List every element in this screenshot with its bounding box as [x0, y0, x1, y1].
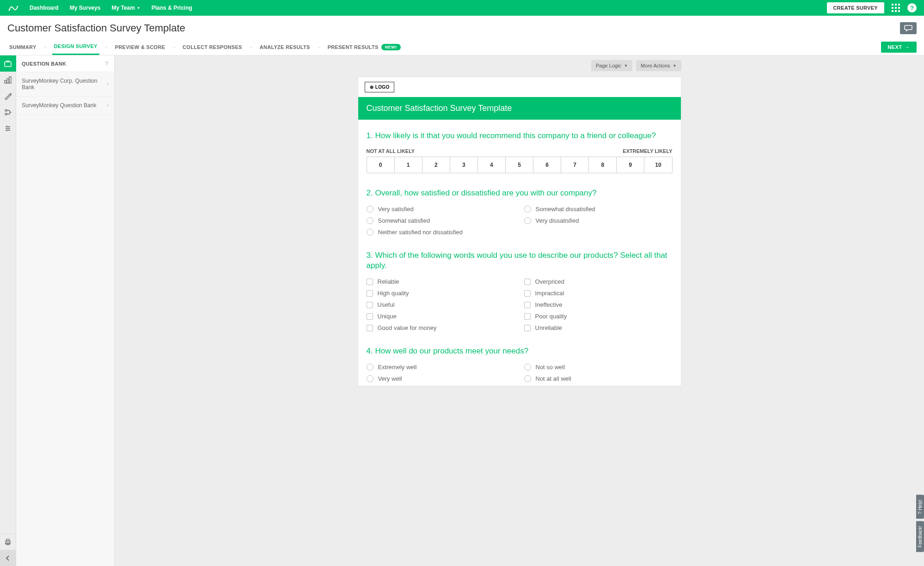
nps-cell[interactable]: 5 — [506, 157, 533, 173]
rail-options-icon[interactable] — [0, 120, 16, 136]
svg-point-6 — [5, 110, 7, 111]
question-2[interactable]: 2. Overall, how satisfied or dissatisfie… — [358, 177, 681, 239]
checkbox-option[interactable]: Useful — [367, 301, 515, 308]
radio-option[interactable]: Very well — [367, 375, 515, 382]
question-title: How likely is it that you would recommen… — [375, 131, 656, 140]
apps-grid-icon[interactable] — [892, 4, 900, 12]
option-label: Overpriced — [535, 278, 565, 285]
option-label: Impractical — [535, 290, 564, 297]
question-number: 3. — [367, 251, 373, 260]
sidepanel-header: QUESTION BANK ? — [16, 55, 114, 72]
page-logic-button[interactable]: Page Logic ▼ — [591, 60, 632, 71]
checkbox-option[interactable]: Good value for money — [367, 324, 515, 331]
checkbox-option[interactable]: High quality — [367, 290, 515, 297]
step-present-results[interactable]: PRESENT RESULTS NEW! — [326, 39, 403, 55]
plus-icon: ⊕ — [370, 85, 373, 90]
nps-cell[interactable]: 4 — [478, 157, 506, 173]
help-icon[interactable]: ? — [907, 3, 917, 12]
nps-cell[interactable]: 2 — [422, 157, 450, 173]
radio-option[interactable]: Not at all well — [524, 375, 673, 382]
nps-cell[interactable]: 7 — [561, 157, 589, 173]
svg-rect-2 — [5, 62, 11, 67]
next-button[interactable]: NEXT → — [881, 42, 917, 53]
checkbox-option[interactable]: Poor quality — [524, 313, 673, 320]
rail-print-icon[interactable] — [0, 534, 16, 550]
nav-my-team[interactable]: My Team▼ — [111, 5, 140, 11]
rail-collapse-icon[interactable] — [0, 550, 16, 566]
nps-cell[interactable]: 1 — [395, 157, 422, 173]
question-3[interactable]: 3. Which of the following words would yo… — [358, 239, 681, 335]
radio-option[interactable]: Extremely well — [367, 364, 515, 371]
rail-question-bank-icon[interactable] — [0, 55, 16, 72]
help-tab[interactable]: ? Help! — [916, 495, 924, 519]
checkbox-icon — [367, 279, 373, 285]
step-analyze-results[interactable]: ANALYZE RESULTS — [258, 39, 312, 55]
side-panel: QUESTION BANK ? SurveyMonkey Corp. Quest… — [16, 55, 115, 566]
radio-option[interactable]: Neither satisfied nor dissatisfied — [367, 229, 515, 236]
nps-cell[interactable]: 6 — [533, 157, 561, 173]
nps-cell[interactable]: 10 — [644, 157, 672, 173]
survey-title[interactable]: Customer Satisfaction Survey Template — [358, 97, 681, 120]
checkbox-option[interactable]: Unreliable — [524, 324, 673, 331]
step-collect-responses[interactable]: COLLECT RESPONSES — [181, 39, 244, 55]
radio-icon — [367, 375, 373, 382]
more-actions-label: More Actions — [641, 63, 670, 68]
question-4[interactable]: 4. How well do our products meet your ne… — [358, 335, 681, 386]
svg-point-7 — [5, 113, 7, 115]
checkbox-option[interactable]: Reliable — [367, 278, 515, 285]
checkbox-option[interactable]: Unique — [367, 313, 515, 320]
option-label: Extremely well — [378, 364, 417, 371]
checkbox-icon — [524, 313, 531, 320]
nps-cell[interactable]: 0 — [367, 157, 395, 173]
checkbox-option[interactable]: Ineffective — [524, 301, 673, 308]
step-summary[interactable]: SUMMARY — [7, 39, 38, 55]
radio-option[interactable]: Very dissatisfied — [524, 217, 673, 224]
question-text: 3. Which of the following words would yo… — [367, 250, 673, 271]
create-survey-button[interactable]: CREATE SURVEY — [827, 2, 884, 13]
radio-option[interactable]: Very satisfied — [367, 206, 515, 213]
sidepanel-row-corp-bank[interactable]: SurveyMonkey Corp. Question Bank › — [16, 72, 114, 97]
question-1[interactable]: 1. How likely is it that you would recom… — [358, 120, 681, 177]
option-label: Unique — [378, 313, 397, 320]
nps-labels: NOT AT ALL LIKELY EXTREMELY LIKELY — [367, 148, 673, 154]
more-actions-button[interactable]: More Actions ▼ — [636, 60, 681, 71]
comments-button[interactable] — [900, 22, 917, 34]
step-arrow-icon: → — [43, 44, 48, 49]
rail-logic-icon[interactable] — [0, 104, 16, 120]
radio-icon — [524, 217, 531, 224]
checkbox-option[interactable]: Impractical — [524, 290, 673, 297]
svg-point-0 — [9, 10, 10, 11]
sidepanel-row-label: SurveyMonkey Question Bank — [22, 102, 96, 109]
radio-option[interactable]: Somewhat dissatisfied — [524, 206, 673, 213]
nav-plans-pricing[interactable]: Plans & Pricing — [152, 5, 192, 11]
radio-option[interactable]: Not so well — [524, 364, 673, 371]
canvas: Page Logic ▼ More Actions ▼ ⊕ LOGO Custo… — [115, 55, 924, 566]
caret-down-icon: ▼ — [624, 64, 628, 68]
rail-appearance-icon[interactable] — [0, 88, 16, 104]
question-text: 1. How likely is it that you would recom… — [367, 131, 673, 141]
nps-cell[interactable]: 3 — [450, 157, 478, 173]
brand-logo[interactable] — [7, 3, 20, 12]
add-logo-button[interactable]: ⊕ LOGO — [365, 82, 395, 92]
page-logic-label: Page Logic — [596, 63, 621, 68]
feedback-tabs: ? Help! Feedback! — [916, 495, 924, 552]
radio-icon — [367, 364, 373, 371]
nps-cell[interactable]: 9 — [617, 157, 644, 173]
sidepanel-help-icon[interactable]: ? — [105, 60, 109, 67]
logo-button-label: LOGO — [375, 85, 390, 90]
nps-cell[interactable]: 8 — [589, 157, 617, 173]
rail-builder-icon[interactable] — [0, 72, 16, 88]
radio-option[interactable]: Somewhat satisfied — [367, 217, 515, 224]
checkbox-option[interactable]: Overpriced — [524, 278, 673, 285]
svg-rect-4 — [7, 79, 9, 83]
step-present-label: PRESENT RESULTS — [328, 44, 379, 50]
nav-my-surveys[interactable]: My Surveys — [70, 5, 101, 11]
step-preview-score[interactable]: PREVIEW & SCORE — [113, 39, 167, 55]
workflow-steps: SUMMARY → DESIGN SURVEY → PREVIEW & SCOR… — [0, 39, 924, 55]
nav-dashboard[interactable]: Dashboard — [30, 5, 59, 11]
sidepanel-row-question-bank[interactable]: SurveyMonkey Question Bank › — [16, 97, 114, 115]
feedback-tab[interactable]: Feedback! — [916, 521, 924, 552]
new-badge: NEW! — [381, 44, 401, 50]
step-design-survey[interactable]: DESIGN SURVEY — [52, 39, 99, 55]
q2-options: Very satisfiedSomewhat satisfiedNeither … — [367, 206, 673, 236]
